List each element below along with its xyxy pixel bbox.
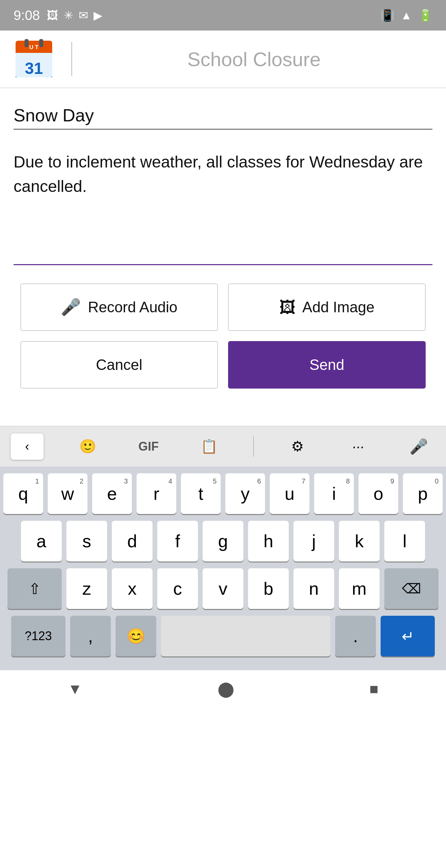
key-v[interactable]: v	[203, 568, 243, 609]
key-o[interactable]: o9	[359, 473, 398, 514]
settings-button[interactable]: ⚙	[281, 433, 315, 460]
nav-back-button[interactable]: ▼	[67, 680, 82, 697]
body-input[interactable]: Due to inclement weather, all classes fo…	[14, 150, 432, 265]
key-a[interactable]: a	[21, 521, 62, 561]
more-button[interactable]: ···	[341, 433, 375, 460]
nav-bar: ▼ ⬤ ■	[0, 670, 446, 707]
key-n[interactable]: n	[293, 568, 334, 609]
play-icon: ▶	[94, 8, 102, 22]
status-time: 9:08	[14, 8, 40, 23]
shift-key[interactable]: ⇧	[7, 568, 62, 609]
mail-icon: ✉	[79, 8, 88, 22]
keyboard: q1 w2 e3 r4 t5 y6 u7 i8 o9 p0 a s d f g …	[0, 467, 446, 670]
svg-rect-8	[24, 39, 28, 47]
add-image-button[interactable]: 🖼 Add Image	[228, 283, 426, 331]
key-k[interactable]: k	[339, 521, 380, 561]
clipboard-button[interactable]: 📋	[192, 433, 226, 460]
key-c[interactable]: c	[157, 568, 198, 609]
key-y[interactable]: y6	[225, 473, 265, 514]
symbol-key[interactable]: ?123	[11, 616, 65, 656]
mic-icon: 🎤	[409, 438, 428, 455]
more-icon: ···	[352, 438, 364, 455]
key-l[interactable]: l	[384, 521, 425, 561]
header-divider	[71, 42, 72, 76]
emoji-key[interactable]: 😊	[116, 616, 156, 656]
microphone-icon: 🎤	[61, 298, 81, 317]
send-button[interactable]: Send	[228, 341, 426, 389]
key-m[interactable]: m	[339, 568, 380, 609]
photo-icon: 🖼	[47, 9, 58, 22]
key-p[interactable]: p0	[403, 473, 443, 514]
header-title: School Closure	[82, 48, 446, 71]
app-header: 31 U T School Closure	[0, 31, 446, 88]
nav-home-button[interactable]: ⬤	[218, 680, 234, 697]
star-icon: ✳	[64, 8, 73, 22]
period-key[interactable]: .	[335, 616, 376, 656]
action-buttons: 🎤 Record Audio 🖼 Add Image Cancel Send	[14, 283, 432, 389]
send-label: Send	[309, 356, 344, 373]
calendar-icon-wrap: 31 U T	[7, 32, 61, 86]
key-u[interactable]: u7	[270, 473, 309, 514]
key-b[interactable]: b	[248, 568, 289, 609]
title-input[interactable]	[14, 105, 432, 130]
keyboard-row-3: ⇧ z x c v b n m ⌫	[3, 568, 443, 609]
key-r[interactable]: r4	[137, 473, 176, 514]
cancel-button[interactable]: Cancel	[20, 341, 218, 389]
image-icon: 🖼	[279, 298, 296, 317]
delete-key[interactable]: ⌫	[384, 568, 439, 609]
keyboard-row-4: ?123 , 😊 . ↵	[3, 616, 443, 656]
record-audio-label: Record Audio	[88, 299, 177, 316]
nav-recent-button[interactable]: ■	[369, 680, 379, 697]
key-h[interactable]: h	[248, 521, 289, 561]
key-i[interactable]: i8	[314, 473, 354, 514]
svg-text:31: 31	[25, 59, 43, 77]
key-f[interactable]: f	[157, 521, 198, 561]
key-e[interactable]: e3	[92, 473, 132, 514]
gif-button[interactable]: GIF	[131, 433, 165, 460]
calendar-icon: 31 U T	[14, 39, 54, 79]
record-audio-button[interactable]: 🎤 Record Audio	[20, 283, 218, 331]
voice-input-button[interactable]: 🎤	[402, 433, 436, 460]
keyboard-row-2: a s d f g h j k l	[3, 521, 443, 561]
clipboard-icon: 📋	[201, 438, 218, 454]
key-d[interactable]: d	[112, 521, 153, 561]
add-image-label: Add Image	[302, 299, 374, 316]
key-q[interactable]: q1	[3, 473, 43, 514]
key-t[interactable]: t5	[181, 473, 221, 514]
keyboard-back-button[interactable]: ‹	[10, 433, 44, 460]
toolbar-divider	[253, 436, 254, 457]
emoji-sticker-button[interactable]: 🙂	[71, 433, 105, 460]
spacebar-key[interactable]	[161, 616, 330, 656]
gif-label: GIF	[138, 439, 159, 454]
svg-text:U T: U T	[29, 44, 39, 51]
comma-key[interactable]: ,	[70, 616, 111, 656]
gear-icon: ⚙	[291, 438, 304, 455]
sticker-icon: 🙂	[79, 438, 96, 454]
enter-key[interactable]: ↵	[381, 616, 435, 656]
key-g[interactable]: g	[203, 521, 243, 561]
battery-icon: 🔋	[418, 8, 432, 22]
key-x[interactable]: x	[112, 568, 153, 609]
key-z[interactable]: z	[66, 568, 107, 609]
key-s[interactable]: s	[66, 521, 107, 561]
wifi-icon: ▲	[401, 9, 412, 22]
svg-rect-9	[39, 39, 43, 47]
back-icon: ‹	[25, 439, 29, 454]
keyboard-toolbar: ‹ 🙂 GIF 📋 ⚙ ··· 🎤	[0, 426, 446, 467]
content-area: Due to inclement weather, all classes fo…	[0, 88, 446, 399]
status-bar: 9:08 🖼 ✳ ✉ ▶ 📳 ▲ 🔋	[0, 0, 446, 31]
key-w[interactable]: w2	[48, 473, 87, 514]
vibrate-icon: 📳	[380, 8, 394, 22]
keyboard-row-1: q1 w2 e3 r4 t5 y6 u7 i8 o9 p0	[3, 473, 443, 514]
cancel-label: Cancel	[96, 356, 142, 373]
key-j[interactable]: j	[293, 521, 334, 561]
